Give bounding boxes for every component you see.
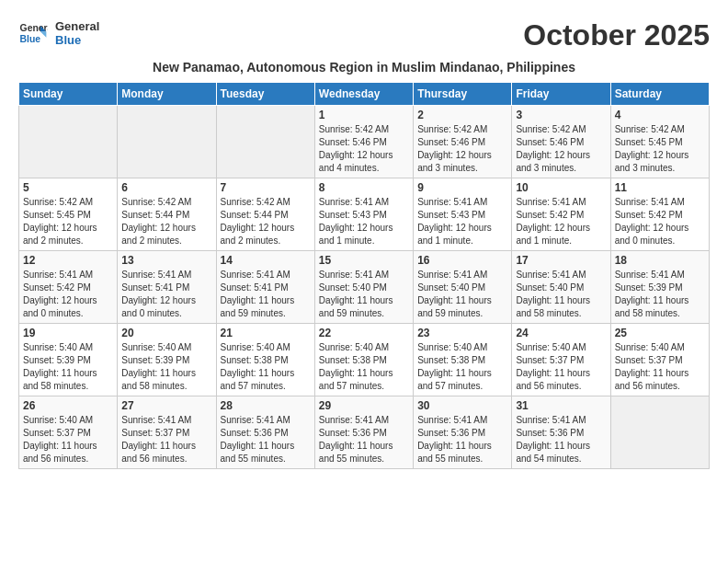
day-info: Sunrise: 5:41 AM Sunset: 5:36 PM Dayligh…: [417, 414, 507, 465]
calendar-cell: 15Sunrise: 5:41 AM Sunset: 5:40 PM Dayli…: [314, 251, 413, 324]
calendar-cell: 18Sunrise: 5:41 AM Sunset: 5:39 PM Dayli…: [610, 251, 709, 324]
calendar-week-3: 12Sunrise: 5:41 AM Sunset: 5:42 PM Dayli…: [19, 251, 710, 324]
day-info: Sunrise: 5:40 AM Sunset: 5:39 PM Dayligh…: [121, 341, 211, 393]
calendar-cell: 5Sunrise: 5:42 AM Sunset: 5:45 PM Daylig…: [19, 178, 118, 251]
calendar-cell: 10Sunrise: 5:41 AM Sunset: 5:42 PM Dayli…: [512, 178, 610, 251]
logo: General Blue General Blue: [18, 18, 99, 48]
day-info: Sunrise: 5:42 AM Sunset: 5:46 PM Dayligh…: [417, 123, 507, 175]
calendar-cell: 17Sunrise: 5:41 AM Sunset: 5:40 PM Dayli…: [512, 251, 610, 324]
day-header-thursday: Thursday: [414, 83, 512, 106]
day-number: 9: [417, 181, 507, 194]
calendar-cell: 26Sunrise: 5:40 AM Sunset: 5:37 PM Dayli…: [19, 396, 118, 469]
day-info: Sunrise: 5:40 AM Sunset: 5:38 PM Dayligh…: [319, 341, 409, 393]
day-info: Sunrise: 5:42 AM Sunset: 5:46 PM Dayligh…: [516, 123, 606, 175]
calendar-cell: 4Sunrise: 5:42 AM Sunset: 5:45 PM Daylig…: [610, 106, 709, 178]
day-info: Sunrise: 5:40 AM Sunset: 5:37 PM Dayligh…: [615, 341, 705, 393]
calendar-week-1: 1Sunrise: 5:42 AM Sunset: 5:46 PM Daylig…: [19, 106, 710, 178]
calendar-cell: 28Sunrise: 5:41 AM Sunset: 5:36 PM Dayli…: [216, 396, 314, 469]
day-info: Sunrise: 5:41 AM Sunset: 5:40 PM Dayligh…: [319, 269, 409, 320]
day-info: Sunrise: 5:40 AM Sunset: 5:39 PM Dayligh…: [23, 341, 113, 393]
day-number: 1: [319, 109, 409, 121]
day-number: 22: [319, 327, 409, 339]
calendar-cell: 13Sunrise: 5:41 AM Sunset: 5:41 PM Dayli…: [118, 251, 216, 324]
calendar-cell: 1Sunrise: 5:42 AM Sunset: 5:46 PM Daylig…: [314, 106, 413, 178]
day-info: Sunrise: 5:41 AM Sunset: 5:41 PM Dayligh…: [221, 269, 311, 320]
logo-general: General: [55, 19, 99, 33]
day-number: 14: [221, 254, 311, 267]
day-number: 18: [615, 254, 705, 267]
day-number: 11: [615, 181, 705, 194]
calendar-table: SundayMondayTuesdayWednesdayThursdayFrid…: [18, 82, 710, 469]
day-info: Sunrise: 5:42 AM Sunset: 5:46 PM Dayligh…: [319, 123, 409, 175]
day-number: 12: [23, 254, 113, 267]
day-info: Sunrise: 5:41 AM Sunset: 5:42 PM Dayligh…: [23, 269, 113, 320]
day-header-friday: Friday: [512, 83, 610, 106]
day-info: Sunrise: 5:41 AM Sunset: 5:41 PM Dayligh…: [121, 269, 211, 320]
calendar-cell: 9Sunrise: 5:41 AM Sunset: 5:43 PM Daylig…: [414, 178, 512, 251]
day-info: Sunrise: 5:41 AM Sunset: 5:39 PM Dayligh…: [615, 269, 705, 320]
day-info: Sunrise: 5:41 AM Sunset: 5:36 PM Dayligh…: [221, 414, 311, 465]
month-title: October 2025: [523, 18, 710, 52]
day-number: 29: [319, 399, 409, 412]
calendar-subtitle: New Panamao, Autonomous Region in Muslim…: [18, 60, 710, 75]
calendar-cell: [19, 106, 118, 178]
day-info: Sunrise: 5:41 AM Sunset: 5:42 PM Dayligh…: [615, 196, 705, 247]
calendar-cell: 24Sunrise: 5:40 AM Sunset: 5:37 PM Dayli…: [512, 324, 610, 396]
day-number: 17: [516, 254, 606, 267]
day-number: 13: [121, 254, 211, 267]
calendar-cell: 25Sunrise: 5:40 AM Sunset: 5:37 PM Dayli…: [610, 324, 709, 396]
day-number: 23: [417, 327, 507, 339]
day-info: Sunrise: 5:41 AM Sunset: 5:37 PM Dayligh…: [121, 414, 211, 465]
day-info: Sunrise: 5:41 AM Sunset: 5:40 PM Dayligh…: [516, 269, 606, 320]
calendar-cell: 6Sunrise: 5:42 AM Sunset: 5:44 PM Daylig…: [118, 178, 216, 251]
calendar-cell: [216, 106, 314, 178]
day-number: 8: [319, 181, 409, 194]
day-info: Sunrise: 5:40 AM Sunset: 5:38 PM Dayligh…: [221, 341, 311, 393]
calendar-cell: 11Sunrise: 5:41 AM Sunset: 5:42 PM Dayli…: [610, 178, 709, 251]
day-number: 15: [319, 254, 409, 267]
day-number: 27: [121, 399, 211, 412]
day-header-sunday: Sunday: [19, 83, 118, 106]
calendar-cell: 31Sunrise: 5:41 AM Sunset: 5:36 PM Dayli…: [512, 396, 610, 469]
day-info: Sunrise: 5:42 AM Sunset: 5:45 PM Dayligh…: [23, 196, 113, 247]
calendar-header-row: SundayMondayTuesdayWednesdayThursdayFrid…: [19, 83, 710, 106]
day-info: Sunrise: 5:41 AM Sunset: 5:43 PM Dayligh…: [417, 196, 507, 247]
calendar-cell: 19Sunrise: 5:40 AM Sunset: 5:39 PM Dayli…: [19, 324, 118, 396]
day-number: 5: [23, 181, 113, 194]
day-info: Sunrise: 5:41 AM Sunset: 5:36 PM Dayligh…: [319, 414, 409, 465]
calendar-cell: 16Sunrise: 5:41 AM Sunset: 5:40 PM Dayli…: [414, 251, 512, 324]
calendar-cell: 27Sunrise: 5:41 AM Sunset: 5:37 PM Dayli…: [118, 396, 216, 469]
calendar-cell: 7Sunrise: 5:42 AM Sunset: 5:44 PM Daylig…: [216, 178, 314, 251]
svg-text:Blue: Blue: [20, 34, 41, 44]
calendar-cell: 29Sunrise: 5:41 AM Sunset: 5:36 PM Dayli…: [314, 396, 413, 469]
day-info: Sunrise: 5:42 AM Sunset: 5:44 PM Dayligh…: [221, 196, 311, 247]
page-header: General Blue General Blue October 2025: [18, 18, 710, 52]
day-info: Sunrise: 5:42 AM Sunset: 5:45 PM Dayligh…: [615, 123, 705, 175]
day-number: 21: [221, 327, 311, 339]
day-info: Sunrise: 5:41 AM Sunset: 5:42 PM Dayligh…: [516, 196, 606, 247]
day-info: Sunrise: 5:40 AM Sunset: 5:37 PM Dayligh…: [516, 341, 606, 393]
day-number: 28: [221, 399, 311, 412]
day-number: 2: [417, 109, 507, 121]
day-number: 16: [417, 254, 507, 267]
day-info: Sunrise: 5:40 AM Sunset: 5:37 PM Dayligh…: [23, 414, 113, 465]
calendar-cell: 22Sunrise: 5:40 AM Sunset: 5:38 PM Dayli…: [314, 324, 413, 396]
day-number: 26: [23, 399, 113, 412]
calendar-cell: 2Sunrise: 5:42 AM Sunset: 5:46 PM Daylig…: [414, 106, 512, 178]
day-number: 6: [121, 181, 211, 194]
calendar-week-5: 26Sunrise: 5:40 AM Sunset: 5:37 PM Dayli…: [19, 396, 710, 469]
calendar-cell: 14Sunrise: 5:41 AM Sunset: 5:41 PM Dayli…: [216, 251, 314, 324]
day-number: 25: [615, 327, 705, 339]
day-number: 10: [516, 181, 606, 194]
day-number: 19: [23, 327, 113, 339]
calendar-cell: 3Sunrise: 5:42 AM Sunset: 5:46 PM Daylig…: [512, 106, 610, 178]
calendar-cell: [118, 106, 216, 178]
calendar-cell: 23Sunrise: 5:40 AM Sunset: 5:38 PM Dayli…: [414, 324, 512, 396]
calendar-cell: 20Sunrise: 5:40 AM Sunset: 5:39 PM Dayli…: [118, 324, 216, 396]
day-info: Sunrise: 5:42 AM Sunset: 5:44 PM Dayligh…: [121, 196, 211, 247]
day-number: 30: [417, 399, 507, 412]
logo-icon: General Blue: [18, 18, 48, 48]
logo-blue: Blue: [55, 33, 99, 47]
day-info: Sunrise: 5:41 AM Sunset: 5:40 PM Dayligh…: [417, 269, 507, 320]
day-header-monday: Monday: [118, 83, 216, 106]
